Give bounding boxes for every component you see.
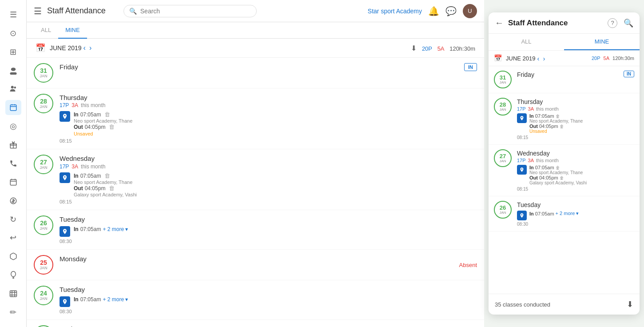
mobile-more-link-26[interactable]: + 2 more ▾ [556, 211, 579, 216]
mobile-day-circle-27: 27 Jan [494, 149, 512, 167]
session-icon-26 [60, 226, 70, 237]
mobile-next-month[interactable]: › [541, 55, 547, 62]
classes-conducted: 35 classes conducted [495, 301, 550, 308]
list-item: 28 Jan Thursday 17P 3A this month [489, 93, 640, 145]
hours-stat: 120h:30m [449, 45, 475, 52]
mobile-search-icon[interactable]: 🔍 [624, 18, 633, 28]
mobile-present-stat: 20P [592, 56, 600, 61]
month-name: JUNE 2019 [50, 44, 82, 52]
user-circle-icon[interactable]: ◎ [5, 119, 21, 134]
calendar-icon: 📅 [36, 43, 45, 53]
month-stats: ⬇ 20P 5A 120h:30m [411, 44, 475, 52]
edit-icon[interactable]: ✏ [5, 305, 21, 320]
table-row: 26 Jan Tuesday In 07:05am + 2 more ▾ [27, 210, 484, 250]
trash-icon-27a[interactable]: 🗑 [104, 172, 110, 179]
sidebar: ☰ ⊙ ⊞ ◎ ↻ ↩ ✏ [0, 0, 27, 327]
in-badge: IN [464, 63, 477, 71]
academy-name[interactable]: Star sport Academy [368, 8, 422, 15]
more-link-26[interactable]: + 2 more ▾ [103, 226, 128, 232]
mobile-day-info-26: Tuesday In 07:05am + 2 more ▾ [517, 201, 634, 227]
menu-icon[interactable]: ☰ [5, 7, 21, 22]
mobile-trash-28b[interactable]: 🗑 [560, 124, 564, 129]
grid-icon[interactable]: ⊞ [5, 44, 21, 60]
page-title: Staff Attendance [47, 6, 106, 16]
mobile-trash-27b[interactable]: 🗑 [560, 175, 564, 180]
day-circle-27: 27 Jan [34, 155, 53, 174]
mobile-tab-all[interactable]: ALL [489, 34, 564, 50]
search-input[interactable] [140, 8, 251, 15]
header-right: Star sport Academy 🔔 💬 U [368, 4, 477, 18]
undo-icon[interactable]: ↩ [5, 231, 21, 246]
avatar[interactable]: U [463, 4, 477, 18]
day-circle-26: 26 Jan [34, 215, 53, 235]
list-item: 27 Jan Wednesday 17P 3A this month [489, 145, 640, 196]
trash-icon-2[interactable]: 🗑 [109, 124, 115, 130]
mobile-day-info-27: Wednesday 17P 3A this month In [517, 149, 634, 191]
calendar-active-icon[interactable] [5, 100, 21, 115]
mobile-day-info-28: Thursday 17P 3A this month In [517, 98, 634, 140]
refresh-icon[interactable]: ↻ [5, 212, 21, 227]
box-icon[interactable] [5, 249, 21, 264]
phone-icon[interactable] [5, 156, 21, 171]
home-icon[interactable]: ⊙ [5, 26, 21, 41]
tab-all[interactable]: ALL [34, 22, 58, 39]
session-icon-24 [60, 296, 70, 307]
mobile-back-button[interactable]: ← [495, 18, 504, 28]
table-row: 31 Jan Friday IN [27, 58, 484, 88]
tab-mine[interactable]: MINE [58, 22, 87, 39]
list-item: 26 Jan Tuesday In 07:05am + 2 more [489, 196, 640, 231]
day-circle-25: 25 Jan [34, 255, 53, 275]
menu-button[interactable]: ☰ [34, 6, 42, 16]
session-row-27: In 07:05am 🗑 Neo sport Academy, Thane Ou… [60, 172, 477, 197]
group-icon[interactable] [5, 82, 21, 97]
next-month-button[interactable]: › [87, 44, 93, 52]
mobile-header: ← Staff Attendance ? 🔍 [489, 12, 640, 34]
table-row: 25 Jan Monsday Absent [27, 250, 484, 280]
download-icon[interactable]: ⬇ [411, 44, 417, 52]
attendance-content: 📅 JUNE 2019 ‹ › ⬇ 20P 5A 120h:30m 31 Jan… [27, 39, 484, 327]
session-row-26: In 07:05am + 2 more ▾ [60, 226, 477, 237]
day-info-24: Tuesday In 07:05am + 2 more ▾ 08:30 [60, 286, 477, 314]
balloon-icon[interactable] [5, 267, 21, 283]
mobile-download-icon[interactable]: ⬇ [627, 299, 633, 309]
mobile-day-info-31: Friday [517, 71, 624, 79]
person-icon[interactable] [5, 63, 21, 78]
mobile-frame: ← Staff Attendance ? 🔍 ALL MINE 📅 JUNE 2… [489, 12, 640, 315]
session-icon [60, 111, 70, 122]
table-row: 23 Jan Moday 17P 3A this month In [27, 320, 484, 327]
search-bar[interactable]: 🔍 [123, 5, 257, 17]
more-link-24[interactable]: + 2 more ▾ [103, 296, 128, 303]
mobile-trash-27a[interactable]: 🗑 [556, 165, 560, 170]
message-icon[interactable]: 💬 [445, 6, 457, 16]
calendar2-icon[interactable] [5, 175, 21, 190]
dollar-icon[interactable] [5, 193, 21, 208]
day-info-28: Thursday 17P 3A this month In 07:05am [60, 94, 477, 144]
mobile-prev-month[interactable]: ‹ [535, 55, 541, 62]
film-icon[interactable] [5, 286, 21, 301]
session-row: In 07:05am 🗑 Neo sport Academy, Thane Ou… [60, 111, 477, 136]
mobile-session-icon-26 [517, 211, 527, 220]
mobile-tab-mine[interactable]: MINE [564, 34, 640, 50]
mobile-content: 31 Jan Friday IN 28 Jan Thursday 17P [489, 66, 640, 294]
trash-icon-27b[interactable]: 🗑 [109, 185, 115, 191]
mobile-absent-stat: 5A [604, 56, 609, 61]
mobile-session-icon-27 [517, 165, 527, 175]
list-item: 31 Jan Friday IN [489, 66, 640, 93]
gift-icon[interactable] [5, 137, 21, 152]
mobile-panel: ← Staff Attendance ? 🔍 ALL MINE 📅 JUNE 2… [484, 0, 644, 327]
mobile-hours-stat: 120h:30m [612, 56, 634, 61]
day-circle-28: 28 Jan [34, 94, 53, 113]
svg-rect-0 [11, 68, 16, 71]
trash-icon[interactable]: 🗑 [104, 111, 110, 118]
svg-rect-6 [14, 104, 15, 106]
mobile-help-icon[interactable]: ? [608, 18, 617, 28]
mobile-trash-28a[interactable]: 🗑 [556, 114, 560, 119]
mobile-in-badge-31: IN [624, 71, 634, 77]
absent-stat: 5A [437, 45, 445, 52]
prev-month-button[interactable]: ‹ [82, 44, 87, 52]
day-circle-31: 31 Jan [34, 63, 53, 83]
day-circle-24: 24 Jan [34, 286, 53, 305]
table-row: 28 Jan Thursday 17P 3A this month [27, 88, 484, 149]
mobile-cal-icon: 📅 [494, 54, 502, 62]
notification-icon[interactable]: 🔔 [428, 6, 439, 16]
